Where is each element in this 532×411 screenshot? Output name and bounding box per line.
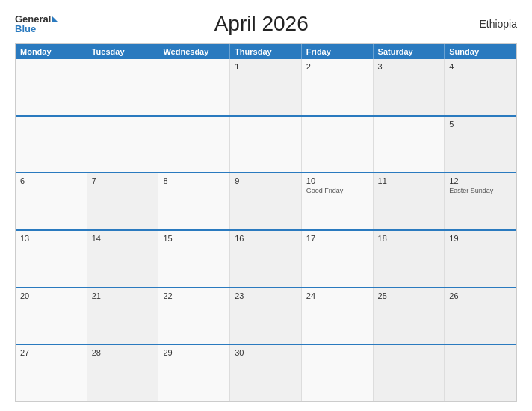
cell-w4-tue: 21 [87, 288, 159, 344]
cell-w1-mon [16, 59, 87, 115]
cell-w3-fri: 17 [302, 231, 374, 287]
cell-w2-sun: 12Easter Sunday [445, 173, 516, 229]
header-wednesday: Wednesday [158, 44, 230, 59]
cell-w1b-sat [374, 117, 445, 173]
week-3: 13 14 15 16 17 18 19 [16, 229, 516, 287]
cell-w1b-tue [87, 117, 159, 173]
cell-w1-sun: 4 [445, 59, 516, 115]
week-1b: 5 [16, 115, 516, 173]
cell-w1-fri: 2 [302, 59, 374, 115]
cell-w4-thu: 23 [230, 288, 302, 344]
calendar: Monday Tuesday Wednesday Thursday Friday… [15, 43, 517, 402]
cell-w3-thu: 16 [230, 231, 302, 287]
cell-w5-fri [302, 345, 374, 401]
cell-w2-fri: 10Good Friday [302, 173, 374, 229]
cell-w5-thu: 30 [230, 345, 302, 401]
calendar-title: April 2026 [58, 12, 465, 36]
header-sunday: Sunday [445, 44, 516, 59]
cell-w3-wed: 15 [158, 231, 230, 287]
cell-w5-wed: 29 [158, 345, 230, 401]
cell-w4-wed: 22 [158, 288, 230, 344]
week-5: 27 28 29 30 [16, 344, 516, 401]
header-tuesday: Tuesday [87, 44, 159, 59]
cell-w1-tue [87, 59, 159, 115]
page: General Blue April 2026 Ethiopia Monday … [0, 0, 532, 411]
logo: General Blue [15, 14, 58, 34]
calendar-body: 1 2 3 4 5 6 7 8 9 10Good Frida [16, 59, 516, 401]
cell-w1b-mon [16, 117, 87, 173]
cell-w5-mon: 27 [16, 345, 87, 401]
cell-w4-mon: 20 [16, 288, 87, 344]
cell-w2-sat: 11 [374, 173, 445, 229]
week-2: 6 7 8 9 10Good Friday 11 12Easter Sunday [16, 172, 516, 229]
cell-w1b-wed [158, 117, 230, 173]
header-thursday: Thursday [230, 44, 302, 59]
country-label: Ethiopia [465, 18, 517, 30]
calendar-header: Monday Tuesday Wednesday Thursday Friday… [16, 44, 516, 59]
cell-w2-thu: 9 [230, 173, 302, 229]
cell-w1b-fri [302, 117, 374, 173]
logo-triangle-icon [52, 16, 58, 22]
cell-w1-wed [158, 59, 230, 115]
cell-w5-sun [445, 345, 516, 401]
header: General Blue April 2026 Ethiopia [15, 12, 517, 36]
cell-w1b-sun: 5 [445, 117, 516, 173]
cell-w3-sun: 19 [445, 231, 516, 287]
cell-w4-sun: 26 [445, 288, 516, 344]
cell-w4-fri: 24 [302, 288, 374, 344]
cell-w2-tue: 7 [87, 173, 159, 229]
cell-w5-tue: 28 [87, 345, 159, 401]
cell-w1b-thu [230, 117, 302, 173]
cell-w3-tue: 14 [87, 231, 159, 287]
header-saturday: Saturday [374, 44, 445, 59]
week-4: 20 21 22 23 24 25 26 [16, 287, 516, 344]
cell-w2-mon: 6 [16, 173, 87, 229]
cell-w1-thu: 1 [230, 59, 302, 115]
cell-w1-sat: 3 [374, 59, 445, 115]
cell-w3-sat: 18 [374, 231, 445, 287]
header-friday: Friday [302, 44, 374, 59]
header-monday: Monday [16, 44, 87, 59]
cell-w4-sat: 25 [374, 288, 445, 344]
logo-blue-text: Blue [15, 24, 36, 34]
cell-w5-sat [374, 345, 445, 401]
week-1: 1 2 3 4 [16, 59, 516, 115]
cell-w2-wed: 8 [158, 173, 230, 229]
cell-w3-mon: 13 [16, 231, 87, 287]
